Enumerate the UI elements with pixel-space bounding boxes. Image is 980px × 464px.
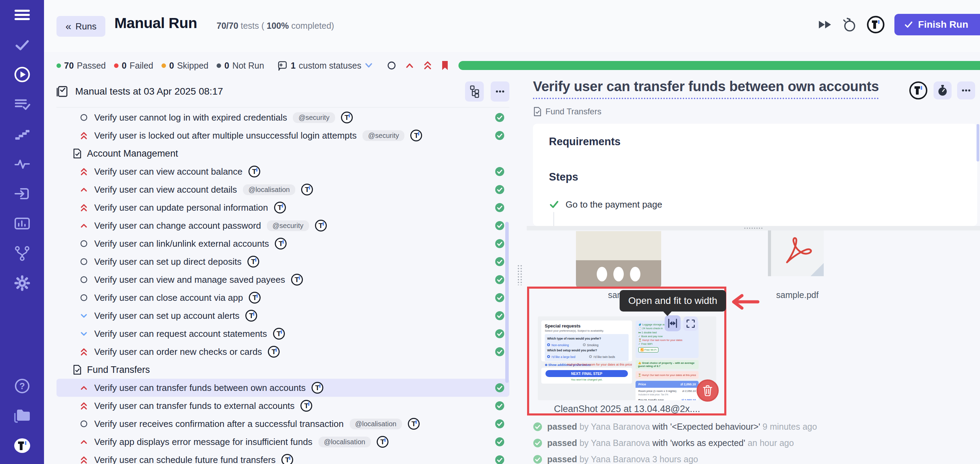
run-progress-summary: 70/70 tests ( 100% completed) bbox=[216, 21, 334, 31]
ai-assistant-button[interactable] bbox=[866, 15, 885, 34]
group-by-button[interactable] bbox=[465, 81, 484, 102]
sidebar-item-reports[interactable] bbox=[0, 208, 44, 238]
t-logo-badge-icon[interactable]: T bbox=[408, 418, 420, 430]
t-logo-badge-icon[interactable]: T bbox=[275, 238, 286, 249]
test-row[interactable]: Verify user can view and manage saved pa… bbox=[56, 271, 509, 289]
sidebar-item-activity[interactable] bbox=[0, 149, 44, 179]
test-row[interactable]: Verify user can link/unlink external acc… bbox=[56, 235, 509, 253]
test-row[interactable]: Verify user can update personal informat… bbox=[56, 199, 509, 216]
menu-button[interactable] bbox=[0, 0, 44, 30]
history-author: by Yana Baranova bbox=[579, 422, 650, 431]
breadcrumb-label: Fund Transfers bbox=[546, 107, 601, 116]
test-title: Verify app displays error message for in… bbox=[94, 437, 313, 447]
t-logo-badge-icon[interactable]: T bbox=[410, 130, 422, 141]
test-row[interactable]: Verify app displays error message for in… bbox=[56, 433, 509, 451]
t-logo-badge-icon[interactable]: T bbox=[268, 346, 280, 358]
filter-priority-none-button[interactable] bbox=[387, 60, 396, 70]
qasphere-t-logo-icon[interactable] bbox=[908, 81, 928, 100]
test-row[interactable]: Verify user can set up direct deposits T bbox=[56, 253, 509, 271]
run-list-title: Manual tests at 03 Apr 2025 08:17 bbox=[75, 86, 223, 97]
sidebar-item-versions[interactable] bbox=[0, 238, 44, 268]
sidebar-item-test-lists[interactable] bbox=[0, 89, 44, 119]
t-logo-badge-icon[interactable]: T bbox=[274, 202, 286, 213]
t-logo-badge-icon[interactable]: T bbox=[245, 310, 257, 322]
detail-scrollbar[interactable] bbox=[977, 124, 979, 162]
delete-attachment-button[interactable] bbox=[697, 380, 719, 402]
filter-priority-high-button[interactable] bbox=[405, 61, 414, 70]
test-title: Verify user can transfer funds to extern… bbox=[94, 400, 294, 412]
t-logo-badge-icon[interactable]: T bbox=[377, 436, 388, 448]
test-row[interactable]: Verify user can change account password … bbox=[56, 216, 509, 235]
test-row[interactable]: Verify user can order new checks or card… bbox=[56, 343, 509, 361]
sidebar-item-runs-active[interactable] bbox=[0, 60, 44, 89]
priority-high-icon bbox=[80, 185, 88, 194]
detail-timer-button[interactable] bbox=[934, 81, 951, 99]
attachment-caption: CleanShot 2025 at 13.04.48@2x.... bbox=[538, 404, 716, 415]
filter-priority-highest-button[interactable] bbox=[423, 60, 433, 71]
list-more-button[interactable] bbox=[491, 81, 509, 102]
test-row[interactable]: Verify user is locked out after multiple… bbox=[56, 127, 509, 145]
priority-none-icon bbox=[80, 419, 88, 428]
custom-statuses-dropdown[interactable]: 1custom statuses bbox=[277, 60, 373, 71]
detail-more-button[interactable] bbox=[957, 81, 975, 99]
attachment-image-thumbnail[interactable] bbox=[576, 231, 661, 288]
test-row[interactable]: Verify user can schedule future fund tra… bbox=[56, 451, 509, 464]
history-author: by Yana Baranova bbox=[579, 454, 650, 464]
test-row[interactable]: Verify user can request account statemen… bbox=[56, 325, 509, 343]
help-button[interactable]: ? bbox=[0, 371, 44, 401]
list-scrollbar[interactable] bbox=[505, 222, 509, 383]
t-logo-badge-icon[interactable]: T bbox=[249, 292, 261, 304]
test-tag: @localisation bbox=[350, 419, 402, 429]
history-status: passed bbox=[547, 438, 577, 448]
t-logo-badge-icon[interactable]: T bbox=[315, 220, 327, 232]
test-title: Verify user can set up direct deposits bbox=[94, 256, 242, 267]
test-detail-title[interactable]: Verify user can transfer funds between o… bbox=[533, 79, 879, 99]
test-row-selected[interactable]: Verify user can transfer funds between o… bbox=[56, 379, 509, 397]
t-logo-badge-icon[interactable]: T bbox=[247, 256, 259, 267]
t-logo-badge-icon[interactable]: T bbox=[301, 184, 313, 195]
section-label: Account Management bbox=[87, 148, 178, 159]
section-row[interactable]: Account Management bbox=[56, 145, 509, 162]
projects-button[interactable] bbox=[0, 401, 44, 431]
open-fullscreen-button[interactable] bbox=[683, 316, 698, 331]
passed-status-icon bbox=[495, 221, 504, 230]
fast-forward-button[interactable] bbox=[818, 19, 833, 30]
panel-splitter-handle[interactable] bbox=[517, 264, 523, 285]
section-row[interactable]: Fund Transfers bbox=[56, 361, 509, 379]
test-row[interactable]: Verify user can set up account alerts T bbox=[56, 307, 509, 325]
test-title: Verify user cannot log in with expired c… bbox=[94, 112, 287, 123]
back-to-runs-button[interactable]: « Runs bbox=[56, 16, 105, 37]
sidebar-item-tests[interactable] bbox=[0, 30, 44, 60]
t-logo-badge-icon[interactable]: T bbox=[341, 111, 353, 123]
t-logo-badge-icon[interactable]: T bbox=[282, 454, 293, 464]
t-logo-badge-icon[interactable]: T bbox=[273, 328, 285, 340]
t-logo-badge-icon[interactable]: T bbox=[312, 382, 323, 394]
open-fit-width-button[interactable] bbox=[665, 315, 681, 331]
breadcrumb[interactable]: Fund Transfers bbox=[533, 106, 601, 117]
test-row[interactable]: Verify user can view account balance T bbox=[56, 162, 509, 181]
t-logo-badge-icon[interactable]: T bbox=[301, 400, 312, 412]
test-row[interactable]: Verify user can transfer funds to extern… bbox=[56, 397, 509, 415]
run-title: Manual Run bbox=[115, 14, 197, 32]
test-row[interactable]: Verify user cannot log in with expired c… bbox=[56, 108, 509, 127]
test-row[interactable]: Verify user receives confirmation after … bbox=[56, 415, 509, 433]
t-logo-badge-icon[interactable]: T bbox=[291, 274, 303, 286]
attachment-pdf-thumbnail[interactable] bbox=[771, 230, 824, 276]
sidebar-item-import[interactable] bbox=[0, 179, 44, 208]
app-logo[interactable] bbox=[0, 431, 44, 461]
test-row[interactable]: Verify user can close account via app T bbox=[56, 289, 509, 307]
sidebar-item-milestones[interactable] bbox=[0, 119, 44, 149]
filter-bookmark-button[interactable] bbox=[441, 60, 449, 71]
notrun-stat: 0Not Run bbox=[216, 60, 264, 71]
sidebar-item-settings[interactable] bbox=[0, 268, 44, 298]
t-logo-badge-icon[interactable]: T bbox=[248, 166, 260, 177]
help-icon: ? bbox=[14, 378, 30, 394]
preview-price-card: Pricezł 2,050.10 Room price (1 room x 3 … bbox=[636, 381, 698, 400]
history-time: 3 hours ago bbox=[652, 454, 698, 464]
horizontal-splitter[interactable] bbox=[527, 226, 980, 230]
step-item[interactable]: Go to the payment page bbox=[549, 199, 961, 210]
timer-button[interactable] bbox=[842, 17, 857, 33]
passed-status-icon bbox=[495, 329, 504, 338]
test-row[interactable]: Verify user can view account details @lo… bbox=[56, 181, 509, 199]
finish-run-button[interactable]: Finish Run bbox=[894, 14, 980, 35]
